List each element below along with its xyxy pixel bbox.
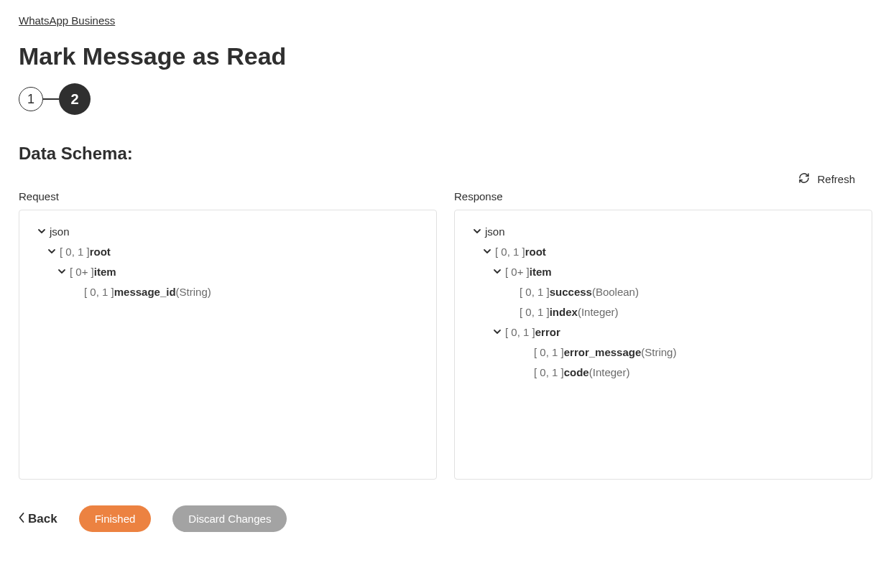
tree-node[interactable]: [ 0+ ] item (35, 265, 420, 278)
node-name: json (485, 225, 505, 238)
response-panel: json[ 0, 1 ] root[ 0+ ] item[ 0, 1 ] suc… (454, 210, 872, 480)
node-name: item (530, 266, 552, 278)
cardinality: [ 0, 1 ] (534, 346, 564, 358)
node-name: index (550, 306, 578, 318)
response-label: Response (454, 190, 872, 202)
node-name: error_message (564, 346, 642, 358)
node-type: (String) (641, 346, 676, 358)
chevron-down-icon[interactable] (35, 225, 48, 238)
chevron-down-icon[interactable] (45, 245, 58, 258)
node-type: (Integer) (589, 366, 630, 378)
back-button[interactable]: Back (19, 512, 57, 526)
cardinality: [ 0, 1 ] (520, 286, 550, 298)
cardinality: [ 0+ ] (505, 266, 530, 278)
cardinality: [ 0, 1 ] (60, 246, 90, 258)
tree-node: [ 0, 1 ] code (Integer) (471, 365, 856, 378)
refresh-button[interactable]: Refresh (19, 172, 872, 186)
chevron-down-icon (520, 345, 532, 358)
tree-node[interactable]: [ 0+ ] item (471, 265, 856, 278)
step-1[interactable]: 1 (19, 87, 43, 111)
cardinality: [ 0, 1 ] (505, 326, 535, 338)
refresh-label: Refresh (817, 173, 855, 185)
request-panel: json[ 0, 1 ] root[ 0+ ] item[ 0, 1 ] mes… (19, 210, 437, 480)
chevron-down-icon (70, 285, 83, 298)
stepper: 1 2 (19, 83, 872, 115)
node-name: root (90, 246, 111, 258)
chevron-down-icon (505, 305, 518, 318)
cardinality: [ 0, 1 ] (84, 286, 114, 298)
node-type: (Boolean) (592, 286, 639, 298)
chevron-down-icon (520, 365, 532, 378)
node-name: json (50, 225, 70, 238)
tree-node[interactable]: [ 0, 1 ] error (471, 325, 856, 338)
step-2[interactable]: 2 (59, 83, 91, 115)
chevron-down-icon[interactable] (55, 265, 68, 278)
cardinality: [ 0, 1 ] (520, 306, 550, 318)
discard-button[interactable]: Discard Changes (172, 505, 287, 532)
request-label: Request (19, 190, 437, 202)
node-type: (Integer) (578, 306, 619, 318)
section-title: Data Schema: (19, 144, 872, 164)
node-type: (String) (176, 286, 211, 298)
finished-button[interactable]: Finished (79, 505, 152, 532)
node-name: item (94, 266, 116, 278)
tree-node[interactable]: [ 0, 1 ] root (471, 245, 856, 258)
refresh-icon (798, 172, 810, 186)
breadcrumb-link[interactable]: WhatsApp Business (19, 14, 115, 27)
chevron-down-icon[interactable] (491, 265, 504, 278)
tree-node: [ 0, 1 ] error_message (String) (471, 345, 856, 358)
node-name: error (535, 326, 560, 338)
cardinality: [ 0+ ] (70, 266, 94, 278)
chevron-down-icon[interactable] (481, 245, 494, 258)
step-connector (43, 98, 59, 100)
cardinality: [ 0, 1 ] (534, 366, 564, 378)
tree-node: [ 0, 1 ] index (Integer) (471, 305, 856, 318)
chevron-down-icon[interactable] (471, 225, 484, 238)
page-title: Mark Message as Read (19, 42, 872, 70)
tree-node: [ 0, 1 ] message_id (String) (35, 285, 420, 298)
chevron-left-icon (19, 512, 25, 526)
node-name: code (564, 366, 589, 378)
back-label: Back (28, 512, 57, 526)
node-name: success (550, 286, 592, 298)
tree-node[interactable]: json (35, 225, 420, 238)
node-name: message_id (114, 286, 176, 298)
chevron-down-icon (505, 285, 518, 298)
cardinality: [ 0, 1 ] (495, 246, 525, 258)
tree-node[interactable]: [ 0, 1 ] root (35, 245, 420, 258)
tree-node[interactable]: json (471, 225, 856, 238)
node-name: root (525, 246, 546, 258)
chevron-down-icon[interactable] (491, 325, 504, 338)
tree-node: [ 0, 1 ] success (Boolean) (471, 285, 856, 298)
